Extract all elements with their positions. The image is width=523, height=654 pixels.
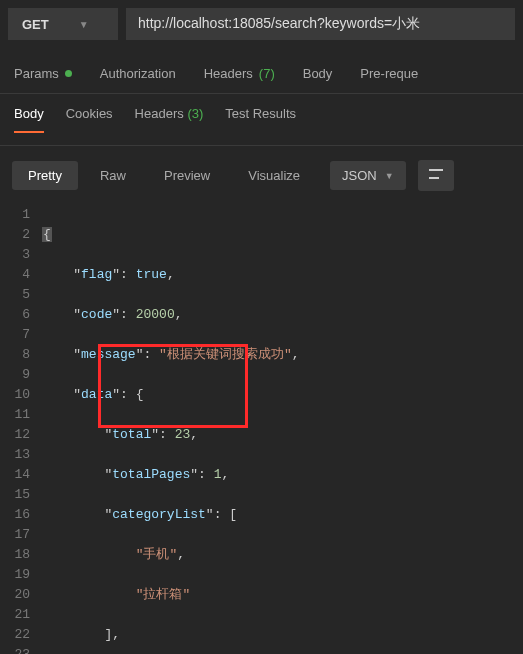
request-tabs: Params Authorization Headers (7) Body Pr…	[0, 48, 523, 81]
view-raw-button[interactable]: Raw	[84, 161, 142, 190]
tab-prerequest[interactable]: Pre-reque	[360, 66, 418, 81]
chevron-down-icon: ▼	[385, 171, 394, 181]
response-toolbar: Pretty Raw Preview Visualize JSON ▼	[0, 146, 523, 205]
method-selector[interactable]: GET ▼	[8, 8, 118, 40]
view-preview-button[interactable]: Preview	[148, 161, 226, 190]
view-pretty-button[interactable]: Pretty	[12, 161, 78, 190]
tab-authorization[interactable]: Authorization	[100, 66, 176, 81]
chevron-down-icon: ▼	[79, 19, 89, 30]
tab-body[interactable]: Body	[303, 66, 333, 81]
tab-params[interactable]: Params	[14, 66, 72, 81]
response-tabs: Body Cookies Headers (3) Test Results	[0, 94, 523, 133]
res-tab-body[interactable]: Body	[14, 106, 44, 133]
wrap-icon	[428, 167, 444, 181]
view-visualize-button[interactable]: Visualize	[232, 161, 316, 190]
response-body[interactable]: 1234567891011121314151617181920212223 { …	[0, 205, 523, 654]
url-input[interactable]	[126, 8, 515, 40]
line-gutter: 1234567891011121314151617181920212223	[6, 205, 42, 654]
code-content: { "flag": true, "code": 20000, "message"…	[42, 205, 517, 654]
format-selector[interactable]: JSON ▼	[330, 161, 406, 190]
method-value: GET	[22, 17, 49, 32]
res-tab-cookies[interactable]: Cookies	[66, 106, 113, 133]
tab-headers[interactable]: Headers (7)	[204, 66, 275, 81]
active-dot-icon	[65, 70, 72, 77]
wrap-lines-button[interactable]	[418, 160, 454, 191]
res-tab-headers[interactable]: Headers (3)	[135, 106, 204, 133]
res-tab-testresults[interactable]: Test Results	[225, 106, 296, 133]
